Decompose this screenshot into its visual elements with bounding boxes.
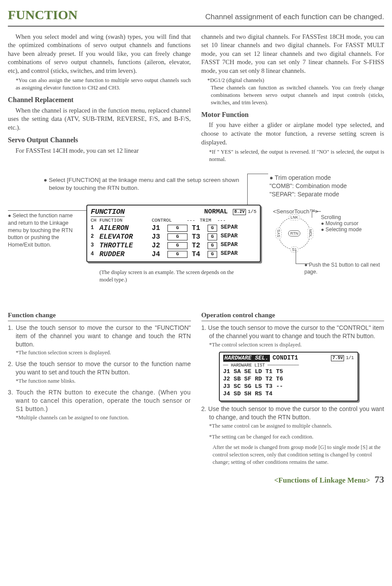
lcd-title-inv: HARDWARE SEL. bbox=[223, 355, 270, 362]
sensor-mdl: MDL bbox=[307, 227, 313, 239]
trim-mode-callout: ● Trim operation mode "COMB": Combinatio… bbox=[269, 174, 392, 199]
intro-para: For FASSTest 14CH mode, you can set 12 l… bbox=[8, 147, 191, 155]
step-note: *Multiple channels can be assigned to on… bbox=[16, 414, 191, 422]
heading-motor-function: Motor Function bbox=[201, 110, 385, 120]
lcd-mode: NORMAL bbox=[204, 208, 228, 216]
lcd-caption: (The display screen is an example. The s… bbox=[99, 269, 235, 284]
function-change-col: Function change 1. Use the touch sensor … bbox=[8, 311, 191, 469]
dg-note: *DG1/2 (digital channels) These channels… bbox=[208, 77, 385, 106]
lcd-hdr-dash2: --- bbox=[217, 218, 230, 224]
diagram-block: ● Select [FUNCTION] at the linkage menu … bbox=[8, 176, 384, 298]
lcd-ctrl-g: G bbox=[167, 225, 187, 232]
lcd-ctrl: J4 bbox=[152, 250, 167, 259]
lcd-ctrl-g: G bbox=[167, 242, 187, 249]
page-title: FUNCTION bbox=[8, 6, 78, 24]
step-note: After the set mode is changed from group… bbox=[213, 444, 385, 466]
lcd-ctrl: J1 bbox=[152, 224, 167, 233]
lcd-hw-row: J4 SD SH RS T4 bbox=[223, 391, 354, 398]
step-note: *The function name blinks. bbox=[16, 377, 191, 385]
lcd-trim: T1 bbox=[192, 224, 208, 233]
lcd-fn: THROTTLE bbox=[99, 241, 152, 250]
sensor-touch-diagram: LNK SYS MDL S1 RTN bbox=[278, 217, 310, 250]
page-subtitle: Channel assignment of each function can … bbox=[205, 12, 384, 22]
lcd-page: 1/5 bbox=[248, 209, 256, 215]
lcd-battery: 8.2V bbox=[233, 209, 246, 216]
intro-para: When you select model and wing (swash) t… bbox=[8, 33, 191, 75]
lcd-mode: SEPAR bbox=[221, 241, 238, 250]
page-header: FUNCTION Channel assignment of each func… bbox=[8, 6, 384, 27]
lcd-row: 1 AILERON J1 G T1 G SEPAR 2 ELEVATOR J3 … bbox=[91, 224, 256, 259]
lcd-battery: 7.5V bbox=[331, 355, 344, 362]
lcd-ch: 1 bbox=[91, 224, 99, 233]
callout-line bbox=[8, 210, 92, 211]
heading-channel-replacement: Channel Replacement bbox=[8, 95, 191, 105]
sensor-rtn: RTN bbox=[288, 230, 300, 236]
lcd-function-screen: FUNCTION NORMAL 8.2V 1/5 CH FUNCTION CON… bbox=[86, 205, 261, 262]
lcd-ctrl-g: G bbox=[167, 251, 187, 258]
lcd-fn: AILERON bbox=[99, 224, 152, 233]
lcd-title: FUNCTION bbox=[91, 207, 125, 217]
intro-columns: When you select model and wing (swash) t… bbox=[8, 33, 384, 167]
lcd-trim-g: G bbox=[208, 242, 217, 249]
step-note: *The control selection screen is display… bbox=[209, 341, 385, 349]
lcd-cond: CONDIT1 bbox=[273, 354, 298, 362]
sensor-lnk: LNK bbox=[289, 214, 300, 220]
lcd-hdr-trim: TRIM bbox=[200, 218, 217, 224]
trim-mode-separ: "SEPAR": Separate mode bbox=[269, 190, 392, 199]
heading-operation-control: Operation control change bbox=[201, 311, 385, 321]
lcd-ch: 3 bbox=[91, 241, 99, 250]
lcd-ch: 2 bbox=[91, 233, 99, 241]
lcd-trim: T2 bbox=[192, 241, 208, 250]
heading-servo-output: Servo Output Channels bbox=[8, 135, 191, 145]
dg-note-title: *DG1/2 (digital channels) bbox=[208, 77, 265, 83]
footer-page: 73 bbox=[375, 474, 384, 485]
callout-line bbox=[296, 250, 309, 264]
lcd-mode: SEPAR bbox=[221, 250, 238, 259]
lower-columns: Function change 1. Use the touch sensor … bbox=[8, 311, 384, 469]
intro-col-left: When you select model and wing (swash) t… bbox=[8, 33, 191, 167]
lcd-ch: 4 bbox=[91, 250, 99, 259]
lcd-list-label: ── HARDWARE LIST ──────────── bbox=[223, 363, 354, 369]
lcd-fn: RUDDER bbox=[99, 250, 152, 259]
sensor-sys: SYS bbox=[276, 228, 282, 239]
step: 2. Use the touch sensor to move the curs… bbox=[201, 405, 385, 422]
callout-line bbox=[247, 174, 268, 174]
sensor-s1-note: ● Push the S1 button to call next page. bbox=[304, 261, 383, 275]
step: 1. Use the touch sensor to move the curs… bbox=[8, 324, 191, 349]
lcd-hw-row: J3 SC SG LS T3 -- bbox=[223, 383, 354, 391]
lcd-ctrl: J3 bbox=[152, 233, 167, 241]
step: 3. Touch the RTN button to execute the c… bbox=[8, 388, 191, 413]
lcd-hardware-screen: HARDWARE SEL. CONDIT1 7.5V 1/1 ── HARDWA… bbox=[219, 352, 358, 401]
lcd-hw-row: J1 SA SE LD T1 T5 bbox=[223, 368, 354, 376]
lcd-hdr-fn: FUNCTION bbox=[99, 218, 152, 224]
motor-note: *If " YES" is selected, the output is re… bbox=[209, 148, 385, 163]
lcd-trim-g: G bbox=[208, 251, 217, 258]
page-footer: <Functions of Linkage Menu> 73 bbox=[8, 473, 384, 486]
lcd-hdr-dash: --- bbox=[187, 218, 200, 224]
lcd-hdr-ctrl: CONTROL bbox=[152, 218, 187, 224]
intro-para: When the channel is replaced in the func… bbox=[8, 106, 191, 132]
lcd-trim-g: G bbox=[208, 225, 217, 232]
lcd-mode: SEPAR bbox=[221, 224, 238, 233]
lcd-ctrl-g: G bbox=[167, 233, 187, 240]
lcd-fn: ELEVATOR bbox=[99, 233, 152, 241]
lcd-trim-g: G bbox=[208, 233, 217, 240]
callout-line bbox=[312, 211, 321, 218]
lcd-ctrl: J2 bbox=[152, 241, 167, 250]
lcd-trim: T4 bbox=[192, 250, 208, 259]
intro-para: If you have either a glider or airplane … bbox=[201, 121, 385, 147]
step: 2. Use the touch sensor to move the curs… bbox=[8, 360, 191, 377]
left-callout: ● Select the function name and return to… bbox=[8, 212, 82, 249]
lcd-trim: T3 bbox=[192, 233, 208, 241]
lcd-hw-row: J2 SB SF RD T2 T6 bbox=[223, 376, 354, 383]
sensor-selecting: ● Selecting mode bbox=[321, 226, 361, 233]
step-note: *The function selection screen is displa… bbox=[16, 349, 191, 356]
step: 1. Use the touch sensor to move the curs… bbox=[201, 324, 385, 340]
intro-col-right: channels and two digital channels. For F… bbox=[201, 33, 385, 167]
trim-mode-comb: "COMB": Combination mode bbox=[269, 182, 392, 190]
lcd-page: 1/1 bbox=[346, 356, 354, 361]
intro-para: channels and two digital channels. For F… bbox=[201, 33, 385, 75]
instruction-select-function: ● Select [FUNCTION] at the linkage menu … bbox=[43, 176, 249, 192]
intro-note: *You can also assign the same function t… bbox=[16, 77, 191, 92]
footer-label: <Functions of Linkage Menu> bbox=[274, 476, 370, 484]
